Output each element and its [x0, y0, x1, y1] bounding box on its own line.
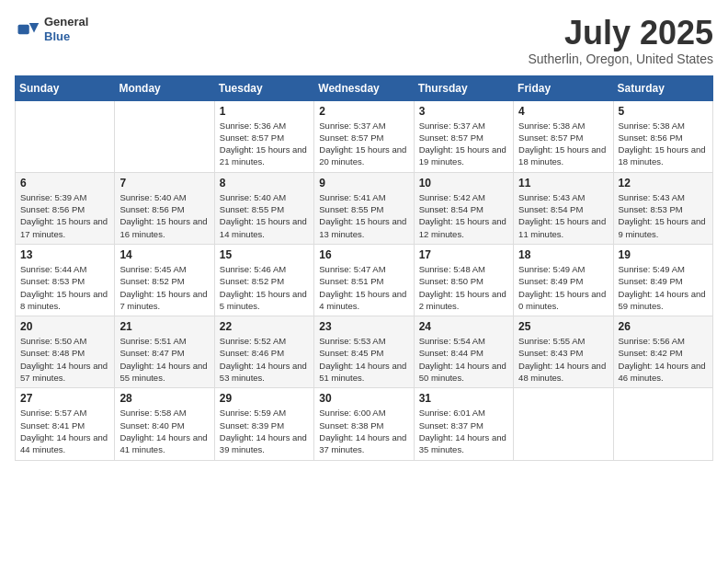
calendar-cell: 9Sunrise: 5:41 AM Sunset: 8:55 PM Daylig…: [314, 172, 414, 244]
day-number: 21: [119, 320, 209, 333]
day-number: 31: [419, 392, 508, 405]
day-number: 11: [518, 177, 608, 190]
calendar-cell: 11Sunrise: 5:43 AM Sunset: 8:54 PM Dayli…: [514, 172, 613, 244]
day-info: Sunrise: 5:58 AM Sunset: 8:40 PM Dayligh…: [119, 407, 209, 455]
calendar-cell: 26Sunrise: 5:56 AM Sunset: 8:42 PM Dayli…: [613, 316, 712, 388]
weekday-header: Saturday: [613, 75, 712, 100]
calendar-cell: 1Sunrise: 5:36 AM Sunset: 8:57 PM Daylig…: [214, 100, 313, 172]
day-info: Sunrise: 5:40 AM Sunset: 8:56 PM Dayligh…: [119, 191, 209, 240]
calendar-week-row: 27Sunrise: 5:57 AM Sunset: 8:41 PM Dayli…: [16, 388, 713, 460]
day-number: 26: [619, 320, 708, 333]
day-info: Sunrise: 5:59 AM Sunset: 8:39 PM Dayligh…: [220, 407, 309, 455]
day-info: Sunrise: 5:40 AM Sunset: 8:55 PM Dayligh…: [220, 191, 309, 240]
calendar-cell: 31Sunrise: 6:01 AM Sunset: 8:37 PM Dayli…: [414, 388, 513, 460]
day-number: 20: [20, 320, 109, 333]
logo: General Blue: [15, 15, 88, 43]
calendar-cell: [16, 100, 115, 172]
weekday-header: Wednesday: [314, 75, 414, 100]
weekday-header: Friday: [514, 75, 613, 100]
calendar-cell: 21Sunrise: 5:51 AM Sunset: 8:47 PM Dayli…: [115, 316, 214, 388]
calendar-cell: 28Sunrise: 5:58 AM Sunset: 8:40 PM Dayli…: [115, 388, 214, 460]
day-info: Sunrise: 5:39 AM Sunset: 8:56 PM Dayligh…: [20, 191, 109, 240]
calendar-cell: 29Sunrise: 5:59 AM Sunset: 8:39 PM Dayli…: [214, 388, 313, 460]
logo-icon: [15, 17, 40, 42]
main-title: July 2025: [528, 15, 713, 52]
day-info: Sunrise: 5:36 AM Sunset: 8:57 PM Dayligh…: [220, 120, 309, 168]
day-number: 28: [119, 392, 209, 405]
day-info: Sunrise: 5:37 AM Sunset: 8:57 PM Dayligh…: [419, 120, 508, 168]
day-number: 1: [220, 105, 309, 118]
weekday-header: Sunday: [16, 75, 115, 100]
calendar-week-row: 6Sunrise: 5:39 AM Sunset: 8:56 PM Daylig…: [16, 172, 713, 244]
subtitle: Sutherlin, Oregon, United States: [528, 52, 713, 66]
day-info: Sunrise: 5:38 AM Sunset: 8:56 PM Dayligh…: [619, 120, 708, 168]
calendar-cell: 8Sunrise: 5:40 AM Sunset: 8:55 PM Daylig…: [214, 172, 313, 244]
day-info: Sunrise: 5:44 AM Sunset: 8:53 PM Dayligh…: [20, 263, 109, 312]
day-info: Sunrise: 5:57 AM Sunset: 8:41 PM Dayligh…: [20, 407, 109, 455]
day-info: Sunrise: 5:56 AM Sunset: 8:42 PM Dayligh…: [619, 335, 708, 384]
calendar-cell: 7Sunrise: 5:40 AM Sunset: 8:56 PM Daylig…: [115, 172, 214, 244]
calendar-cell: 13Sunrise: 5:44 AM Sunset: 8:53 PM Dayli…: [16, 244, 115, 316]
day-number: 15: [220, 248, 309, 261]
logo-line1: General: [44, 15, 88, 29]
day-info: Sunrise: 5:48 AM Sunset: 8:50 PM Dayligh…: [419, 263, 508, 312]
calendar-week-row: 13Sunrise: 5:44 AM Sunset: 8:53 PM Dayli…: [16, 244, 713, 316]
title-area: July 2025 Sutherlin, Oregon, United Stat…: [528, 15, 713, 66]
day-number: 14: [119, 248, 209, 261]
day-number: 13: [20, 248, 109, 261]
day-number: 22: [220, 320, 309, 333]
day-number: 6: [20, 177, 109, 190]
day-info: Sunrise: 5:50 AM Sunset: 8:48 PM Dayligh…: [20, 335, 109, 384]
calendar-cell: 12Sunrise: 5:43 AM Sunset: 8:53 PM Dayli…: [613, 172, 712, 244]
day-info: Sunrise: 5:46 AM Sunset: 8:52 PM Dayligh…: [220, 263, 309, 312]
calendar-cell: 3Sunrise: 5:37 AM Sunset: 8:57 PM Daylig…: [414, 100, 513, 172]
calendar-cell: 25Sunrise: 5:55 AM Sunset: 8:43 PM Dayli…: [514, 316, 613, 388]
day-number: 19: [619, 248, 708, 261]
day-number: 12: [619, 177, 708, 190]
calendar-cell: 24Sunrise: 5:54 AM Sunset: 8:44 PM Dayli…: [414, 316, 513, 388]
calendar-body: 1Sunrise: 5:36 AM Sunset: 8:57 PM Daylig…: [16, 100, 713, 460]
day-info: Sunrise: 5:49 AM Sunset: 8:49 PM Dayligh…: [518, 263, 608, 312]
calendar-cell: 23Sunrise: 5:53 AM Sunset: 8:45 PM Dayli…: [314, 316, 414, 388]
day-number: 17: [419, 248, 508, 261]
day-number: 18: [518, 248, 608, 261]
calendar-cell: 10Sunrise: 5:42 AM Sunset: 8:54 PM Dayli…: [414, 172, 513, 244]
day-number: 8: [220, 177, 309, 190]
calendar-cell: [115, 100, 214, 172]
day-number: 25: [518, 320, 608, 333]
day-number: 24: [419, 320, 508, 333]
calendar-cell: 20Sunrise: 5:50 AM Sunset: 8:48 PM Dayli…: [16, 316, 115, 388]
calendar-cell: 22Sunrise: 5:52 AM Sunset: 8:46 PM Dayli…: [214, 316, 313, 388]
day-number: 7: [119, 177, 209, 190]
calendar-cell: 2Sunrise: 5:37 AM Sunset: 8:57 PM Daylig…: [314, 100, 414, 172]
day-number: 9: [319, 177, 408, 190]
day-number: 5: [619, 105, 708, 118]
day-info: Sunrise: 5:43 AM Sunset: 8:53 PM Dayligh…: [619, 191, 708, 240]
calendar-cell: 19Sunrise: 5:49 AM Sunset: 8:49 PM Dayli…: [613, 244, 712, 316]
day-number: 30: [319, 392, 408, 405]
day-info: Sunrise: 5:55 AM Sunset: 8:43 PM Dayligh…: [518, 335, 608, 384]
weekday-header: Thursday: [414, 75, 513, 100]
day-info: Sunrise: 5:47 AM Sunset: 8:51 PM Dayligh…: [319, 263, 408, 312]
calendar-header: SundayMondayTuesdayWednesdayThursdayFrid…: [16, 75, 713, 100]
day-info: Sunrise: 6:00 AM Sunset: 8:38 PM Dayligh…: [319, 407, 408, 455]
day-number: 4: [518, 105, 608, 118]
day-number: 29: [220, 392, 309, 405]
weekday-header: Tuesday: [214, 75, 313, 100]
logo-line2: Blue: [44, 29, 88, 44]
calendar-cell: 4Sunrise: 5:38 AM Sunset: 8:57 PM Daylig…: [514, 100, 613, 172]
weekday-header: Monday: [115, 75, 214, 100]
day-info: Sunrise: 5:54 AM Sunset: 8:44 PM Dayligh…: [419, 335, 508, 384]
day-info: Sunrise: 6:01 AM Sunset: 8:37 PM Dayligh…: [419, 407, 508, 455]
day-number: 2: [319, 105, 408, 118]
day-number: 16: [319, 248, 408, 261]
calendar-cell: 15Sunrise: 5:46 AM Sunset: 8:52 PM Dayli…: [214, 244, 313, 316]
day-info: Sunrise: 5:43 AM Sunset: 8:54 PM Dayligh…: [518, 191, 608, 240]
page-header: General Blue July 2025 Sutherlin, Oregon…: [15, 15, 713, 66]
day-number: 3: [419, 105, 508, 118]
day-info: Sunrise: 5:42 AM Sunset: 8:54 PM Dayligh…: [419, 191, 508, 240]
calendar-cell: 14Sunrise: 5:45 AM Sunset: 8:52 PM Dayli…: [115, 244, 214, 316]
calendar-cell: [613, 388, 712, 460]
day-number: 10: [419, 177, 508, 190]
calendar-cell: 16Sunrise: 5:47 AM Sunset: 8:51 PM Dayli…: [314, 244, 414, 316]
